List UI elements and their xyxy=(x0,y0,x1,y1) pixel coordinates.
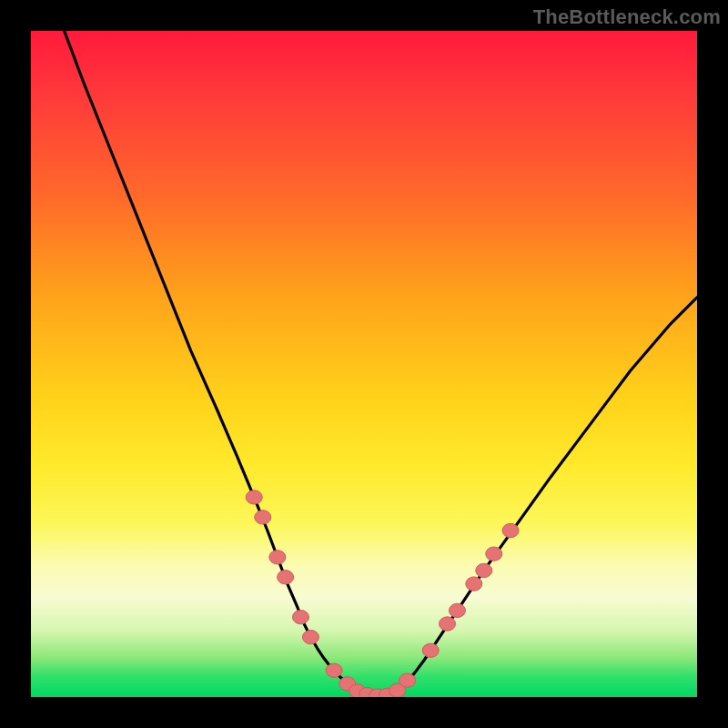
curve-marker xyxy=(422,643,439,657)
curve-marker xyxy=(486,547,502,561)
curve-marker xyxy=(399,673,416,687)
curve-marker xyxy=(246,490,262,504)
chart-frame: TheBottleneck.com xyxy=(0,0,728,728)
curve-marker xyxy=(440,617,456,631)
curve-marker xyxy=(326,663,342,677)
curve-marker xyxy=(502,523,519,537)
curve-marker xyxy=(255,511,271,524)
chart-overlay xyxy=(31,31,697,697)
chart-plot-area xyxy=(31,31,697,697)
curve-marker xyxy=(476,563,492,577)
bottleneck-curve xyxy=(65,31,697,696)
curve-markers xyxy=(246,490,519,697)
curve-marker xyxy=(449,603,465,617)
curve-marker xyxy=(292,611,308,624)
curve-marker xyxy=(269,551,286,564)
curve-marker xyxy=(278,571,294,584)
curve-marker xyxy=(466,577,482,591)
curve-marker xyxy=(302,630,318,643)
watermark-label: TheBottleneck.com xyxy=(533,5,721,29)
